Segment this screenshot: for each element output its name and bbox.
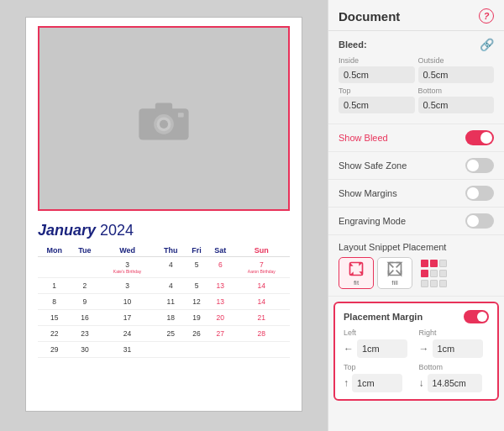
grid-dot [430,280,438,287]
panel-title: Document [339,9,400,24]
bottom-label: Bottom [418,87,495,95]
table-row: 15 16 17 18 19 20 21 [38,310,290,326]
margin-bottom-input[interactable] [428,374,482,392]
margin-left-label: Left [344,329,414,337]
grid-dot [421,260,428,267]
margin-top-field: Top ↑ [344,363,414,392]
fit-button[interactable]: fit [339,257,374,289]
toggle-knob [467,215,479,227]
show-bleed-label: Show Bleed [339,133,388,143]
bleed-grid-2: Top Bottom [339,87,494,113]
margin-left-field: Left ← [344,329,414,358]
grid-dot [430,260,438,267]
table-row: 3Kate's Birthday 4 5 6 7Aaron Birthday [38,257,290,278]
fill-icon [386,260,403,277]
camera-icon [134,96,193,142]
grid-dot [439,260,447,267]
link-icon[interactable]: 🔗 [480,38,494,51]
bottom-arrow-icon: ↓ [419,377,424,389]
col-sat: Sat [207,244,234,257]
table-row: 29 30 31 [38,342,290,358]
page-container: January 2024 Mon Tue Wed Thu Fri Sat Sun [25,17,302,412]
snippet-section: Layout Snippet Placement fit [328,235,504,297]
bleed-label: Bleed: 🔗 [339,38,494,51]
show-margins-toggle[interactable] [465,186,494,201]
col-sun: Sun [234,244,290,257]
margin-header: Placement Margin [344,310,489,323]
placement-margin-section: Placement Margin Left ← Right [333,302,499,401]
show-safe-zone-toggle[interactable] [465,158,494,173]
panel-header: Document ? [328,0,504,31]
margin-right-field: Right → [419,329,490,358]
show-safe-zone-row: Show Safe Zone [328,152,504,180]
table-row: 8 9 10 11 12 13 14 [38,294,290,310]
show-margins-row: Show Margins [328,180,504,208]
toggle-knob [480,132,492,144]
top-field-group: Top [339,87,415,113]
bottom-field-group: Bottom [418,87,495,113]
margin-right-input[interactable] [433,339,483,358]
svg-rect-5 [178,113,184,117]
fill-button[interactable]: fill [377,257,412,289]
col-tue: Tue [71,244,98,257]
svg-point-4 [160,119,168,128]
toggle-knob [467,187,479,199]
grid-dot [439,280,447,287]
margin-top-input[interactable] [352,374,402,392]
toggle-knob [467,160,479,171]
snippet-buttons: fit fill [339,257,494,289]
placement-margin-toggle[interactable] [464,310,489,323]
grid-dot [421,280,428,287]
show-margins-label: Show Margins [339,188,397,198]
engraving-mode-row: Engraving Mode [328,208,504,235]
snippet-label: Layout Snippet Placement [339,242,494,252]
fill-label: fill [391,279,398,286]
col-fri: Fri [186,244,207,257]
left-arrow-icon: ← [344,343,354,355]
margin-right-label: Right [419,329,490,337]
grid-dot [421,270,428,277]
fit-label: fit [354,279,359,286]
margin-bottom-field: Bottom ↓ [419,363,490,392]
grid-dot [439,270,447,277]
outside-input[interactable] [418,66,495,83]
grid-row-2 [421,270,447,277]
right-panel: Document ? Bleed: 🔗 Inside Outside [328,0,504,431]
margin-right-input-row: → [419,339,490,358]
inside-label: Inside [339,56,415,65]
margin-top-label: Top [344,363,414,371]
col-wed: Wed [99,244,156,257]
bottom-input[interactable] [418,97,495,113]
inside-input[interactable] [339,66,415,83]
right-arrow-icon: → [419,343,429,355]
help-icon[interactable]: ? [479,8,494,24]
show-bleed-toggle[interactable] [465,130,494,145]
engraving-mode-label: Engraving Mode [339,216,406,226]
top-arrow-icon: ↑ [344,377,349,389]
grid-layout-buttons[interactable] [421,260,447,287]
top-input[interactable] [339,97,415,113]
month-label: January [38,222,96,239]
inside-field-group: Inside [339,56,415,83]
margin-left-input-row: ← [344,339,414,358]
margin-bottom-label: Bottom [419,363,490,371]
table-row: 22 23 24 25 26 27 28 [38,326,290,342]
image-placeholder [38,26,290,211]
col-thu: Thu [156,244,186,257]
margin-bottom-input-row: ↓ [419,374,490,392]
table-row: 1 2 3 4 5 13 14 [38,278,290,294]
outside-label: Outside [418,56,495,65]
show-bleed-row: Show Bleed [328,124,504,152]
fit-icon [348,260,365,277]
grid-row-1 [421,260,447,267]
engraving-mode-toggle[interactable] [465,213,494,229]
canvas-area: January 2024 Mon Tue Wed Thu Fri Sat Sun [0,0,328,431]
calendar-grid: Mon Tue Wed Thu Fri Sat Sun 3Kate's Birt… [38,244,290,358]
toggle-knob [477,312,487,322]
bleed-grid: Inside Outside [339,56,494,83]
margin-grid: Left ← Right → Top [344,329,489,392]
outside-field-group: Outside [418,56,495,83]
col-mon: Mon [38,244,71,257]
margin-left-input[interactable] [357,339,407,358]
bleed-section: Bleed: 🔗 Inside Outside Top [328,31,504,124]
